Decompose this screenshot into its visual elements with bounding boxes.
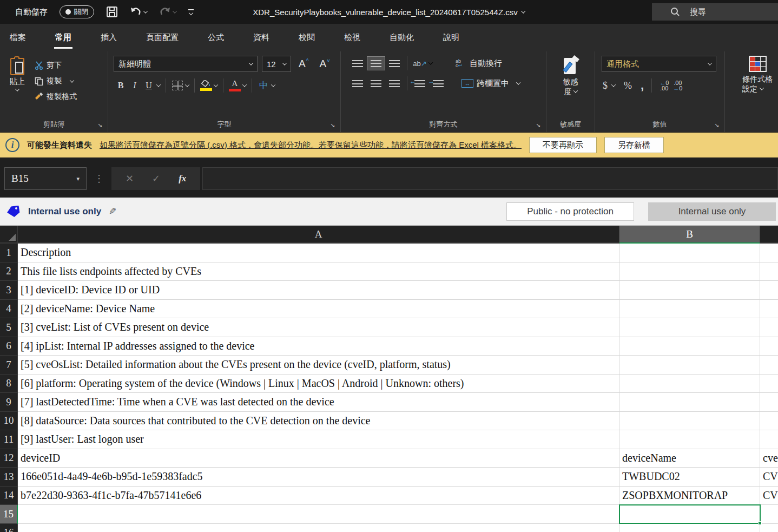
cell-C12[interactable]: cve [760, 449, 778, 468]
fill-color-dropdown-icon[interactable] [214, 82, 218, 87]
italic-button[interactable]: I [129, 78, 141, 93]
cell-B6[interactable] [619, 337, 760, 356]
row-header-4[interactable]: 4 [0, 300, 18, 319]
cell-C9[interactable] [760, 393, 778, 412]
cell-B3[interactable] [619, 281, 760, 300]
number-dialog-launcher[interactable] [714, 122, 721, 129]
phonetic-button[interactable]: 中 [258, 78, 269, 93]
copy-button[interactable]: 複製 [35, 75, 77, 88]
cell-B13[interactable]: TWBUDC02 [619, 468, 760, 487]
paste-dropdown-icon[interactable] [15, 87, 19, 91]
font-name-select[interactable]: 新細明體 [114, 56, 258, 72]
ribbon-tab-4[interactable]: 公式 [206, 24, 226, 51]
currency-button[interactable]: $ [603, 80, 608, 91]
borders-button[interactable] [172, 78, 183, 93]
save-as-button[interactable]: 另存新檔 [604, 137, 664, 153]
sensitivity-option-public[interactable]: Public - no protection [506, 202, 634, 221]
row-header-11[interactable]: 11 [0, 430, 18, 449]
row-header-1[interactable]: 1 [0, 244, 18, 262]
cell-A1[interactable]: Description [18, 244, 619, 262]
row-header-5[interactable]: 5 [0, 318, 18, 337]
cell-C15[interactable] [760, 505, 778, 524]
ribbon-tab-9[interactable]: 說明 [441, 24, 461, 51]
underline-dropdown-icon[interactable] [156, 82, 161, 87]
cancel-entry-icon[interactable]: ✕ [126, 173, 134, 185]
dont-show-again-button[interactable]: 不要再顯示 [529, 137, 597, 153]
ribbon-tab-0[interactable]: 檔案 [8, 24, 28, 51]
cell-A9[interactable]: [7] lastDetectedTime: Time when a CVE wa… [18, 393, 619, 412]
cell-C5[interactable] [760, 318, 778, 337]
cell-A3[interactable]: [1] deviceID: Device ID or UID [18, 281, 619, 300]
decrease-font-button[interactable]: A˅ [316, 58, 333, 70]
edit-sensitivity-icon[interactable]: ✎ [109, 206, 116, 217]
font-size-select[interactable]: 12 [262, 56, 291, 72]
cell-A14[interactable]: b7e22d30-9363-4f1c-b7fa-47b57141e6e6 [18, 487, 619, 505]
align-middle-button[interactable] [367, 56, 385, 70]
column-header-C[interactable] [760, 226, 778, 244]
column-header-B[interactable]: B [619, 226, 760, 244]
cell-B8[interactable] [619, 375, 760, 393]
cell-A13[interactable]: 166e051d-4a49-4e6b-b95d-1e59383fadc5 [18, 468, 619, 487]
title-dropdown-icon[interactable] [521, 9, 525, 13]
ribbon-tab-8[interactable]: 自動化 [387, 24, 416, 51]
row-header-12[interactable]: 12 [0, 449, 18, 468]
cell-C1[interactable] [760, 244, 778, 262]
borders-dropdown-icon[interactable] [185, 82, 189, 87]
cell-C8[interactable] [760, 375, 778, 393]
cell-B12[interactable]: deviceName [619, 449, 760, 468]
row-header-13[interactable]: 13 [0, 468, 18, 487]
row-header-9[interactable]: 9 [0, 393, 18, 412]
cell-C6[interactable] [760, 337, 778, 356]
cell-C4[interactable] [760, 300, 778, 319]
formula-input[interactable] [202, 167, 778, 190]
cell-A10[interactable]: [8] dataSource: Data sources that contri… [18, 412, 619, 431]
format-painter-button[interactable]: 複製格式 [35, 90, 77, 103]
font-dialog-launcher[interactable] [330, 122, 337, 129]
cell-A8[interactable]: [6] platform: Operating system of the de… [18, 375, 619, 393]
cell-B7[interactable] [619, 356, 760, 375]
cut-button[interactable]: 剪下 [35, 59, 77, 72]
cell-C10[interactable] [760, 412, 778, 431]
row-header-6[interactable]: 6 [0, 337, 18, 356]
cell-C13[interactable]: CV [760, 468, 778, 487]
cell-A4[interactable]: [2] deviceName: Device Name [18, 300, 619, 319]
percent-button[interactable]: % [624, 80, 632, 91]
cell-A15[interactable] [18, 505, 619, 524]
copy-dropdown-icon[interactable] [70, 78, 74, 82]
cell-C16[interactable] [760, 524, 778, 532]
save-button[interactable] [106, 6, 118, 18]
font-color-dropdown-icon[interactable] [242, 82, 247, 87]
ribbon-tab-3[interactable]: 頁面配置 [144, 24, 181, 51]
font-color-button[interactable]: A [229, 78, 241, 93]
cell-C3[interactable] [760, 281, 778, 300]
document-title[interactable]: XDR_SecurityPlaybooks_vulnerable_device_… [253, 0, 525, 24]
wrap-text-button[interactable]: abc↩ 自動換行 [453, 56, 504, 71]
clipboard-dialog-launcher[interactable] [97, 122, 104, 129]
autosave-toggle[interactable]: 關閉 [60, 5, 94, 18]
decrease-decimal-button[interactable]: .00→0 [673, 80, 682, 91]
cell-A16[interactable] [18, 524, 619, 532]
cell-B2[interactable] [619, 262, 760, 281]
fill-color-button[interactable] [200, 78, 212, 93]
cell-C14[interactable]: CV [760, 487, 778, 505]
increase-indent-button[interactable]: → [429, 76, 447, 90]
increase-font-button[interactable]: A^ [295, 58, 312, 70]
sensitivity-button[interactable]: 敏感 度 [563, 56, 579, 96]
cell-A12[interactable]: deviceID [18, 449, 619, 468]
row-header-14[interactable]: 14 [0, 487, 18, 505]
cell-A7[interactable]: [5] cveOsList: Detailed information abou… [18, 356, 619, 375]
formula-bar-handle[interactable]: ⋮ [94, 173, 104, 185]
cell-C11[interactable] [760, 430, 778, 449]
alignment-dialog-launcher[interactable] [536, 122, 542, 129]
insert-function-button[interactable]: fx [179, 173, 186, 184]
comma-style-button[interactable]: , [641, 83, 644, 88]
row-header-7[interactable]: 7 [0, 356, 18, 375]
cell-B15[interactable] [619, 505, 760, 524]
cell-A5[interactable]: [3] cveList: List of CVEs present on dev… [18, 318, 619, 337]
cell-B9[interactable] [619, 393, 760, 412]
decrease-indent-button[interactable]: ← [411, 76, 429, 90]
cell-B10[interactable] [619, 412, 760, 431]
align-right-button[interactable] [385, 76, 404, 90]
undo-dropdown-icon[interactable] [143, 9, 148, 13]
align-top-button[interactable] [348, 56, 367, 70]
